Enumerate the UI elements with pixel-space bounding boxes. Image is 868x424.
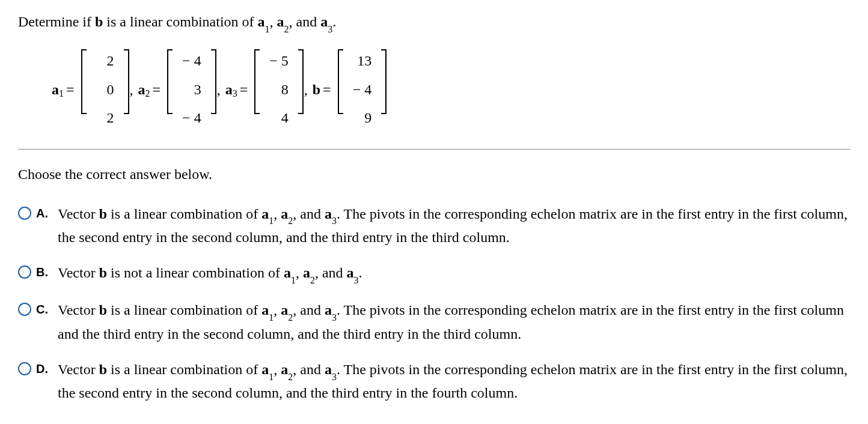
oa-s1: 1 (269, 216, 274, 226)
oc-c2: , and (293, 302, 325, 318)
option-d-letter: D. (36, 360, 53, 377)
ob-a1: a (284, 265, 291, 280)
bracket-right-icon (210, 49, 217, 115)
ob-s3: 3 (354, 275, 359, 285)
q-sub2: 2 (284, 24, 289, 34)
matrix-b: 13 − 4 9 (337, 49, 388, 131)
ob-s1: 1 (291, 275, 296, 285)
oc-a3: a (325, 302, 332, 318)
od-a2: a (281, 362, 288, 377)
comma-1: , (130, 80, 133, 100)
a2-v0: − 4 (182, 51, 201, 71)
b-v1: − 4 (353, 80, 372, 100)
bracket-left-icon (337, 49, 344, 115)
question-text: Determine if b is a linear combination o… (18, 12, 850, 34)
ob-a3: a (347, 265, 354, 280)
option-a-text: Vector b is a linear combination of a1, … (58, 203, 850, 249)
oa-c1: , (274, 206, 281, 222)
radio-b[interactable] (18, 265, 31, 279)
oa-s2: 2 (288, 216, 293, 226)
od-a3: a (325, 362, 332, 377)
label-a3: a3 = (225, 80, 251, 100)
bracket-right-icon (297, 49, 304, 115)
option-a-letter: A. (36, 205, 53, 222)
a1-v2: 2 (96, 108, 114, 129)
vec-a3-sym: a (225, 80, 233, 100)
q-sub3: 3 (328, 24, 332, 34)
choose-prompt: Choose the correct answer below. (18, 165, 850, 185)
option-d[interactable]: D. Vector b is a linear combination of a… (18, 359, 850, 405)
vec-b-sym: b (313, 80, 320, 100)
matrix-a1-col: 2 0 2 (88, 49, 123, 131)
od-b: b (99, 362, 107, 377)
label-a1: a1 = (52, 80, 77, 100)
matrix-a2-col: − 4 3 − 4 (174, 49, 210, 131)
oa-a1: a (261, 206, 269, 222)
ob-b: b (99, 265, 107, 280)
q-c2: , and (289, 14, 321, 29)
oc-c1: , (274, 302, 281, 318)
oc-b: b (99, 302, 107, 318)
eq-a1: = (66, 80, 75, 100)
ob-pre: Vector (58, 265, 99, 280)
comma-2: , (217, 80, 221, 100)
radio-d[interactable] (18, 362, 31, 375)
vec-a2-sub: 2 (145, 87, 150, 100)
ob-s2: 2 (310, 275, 315, 285)
comma-3: , (304, 80, 308, 100)
matrix-a3: − 5 8 4 (254, 49, 304, 131)
b-v0: 13 (353, 51, 372, 71)
ob-c2: , and (315, 265, 347, 280)
eq-a2: = (153, 80, 161, 100)
option-b[interactable]: B. Vector b is not a linear combination … (18, 262, 850, 286)
od-pre: Vector (58, 362, 99, 377)
vec-a2-sym: a (138, 80, 145, 100)
a1-v0: 2 (96, 51, 114, 71)
oa-s3: 3 (332, 216, 337, 226)
q-prefix: Determine if (18, 14, 95, 29)
a3-v0: − 5 (269, 51, 289, 71)
vec-a1-sym: a (52, 80, 59, 100)
oc-s1: 1 (269, 312, 274, 323)
b-v2: 9 (353, 108, 372, 129)
q-end: . (332, 14, 336, 29)
oc-s3: 3 (332, 312, 337, 323)
a3-v1: 8 (269, 80, 289, 100)
eq-a3: = (240, 80, 248, 100)
ob-mid: is not a linear combination of (107, 265, 284, 280)
q-a2: a (277, 14, 284, 29)
vector-definitions: a1 = 2 0 2 , a2 = − 4 3 − 4 , a3 = − 5 8 (48, 49, 850, 131)
q-c1: , (270, 14, 277, 29)
divider (18, 149, 850, 150)
radio-c[interactable] (18, 303, 31, 316)
a2-v1: 3 (182, 80, 201, 100)
od-s3: 3 (332, 372, 337, 382)
oc-a2: a (281, 302, 288, 318)
oa-b: b (99, 206, 107, 222)
q-sub1: 1 (265, 24, 270, 34)
vec-a1-sub: 1 (59, 87, 64, 100)
q-a1: a (258, 14, 265, 29)
oa-a2: a (281, 206, 288, 222)
od-c2: , and (293, 362, 325, 377)
options-list: A. Vector b is a linear combination of a… (18, 203, 850, 405)
matrix-a2: − 4 3 − 4 (167, 49, 217, 131)
oc-mid: is a linear combination of (107, 302, 261, 318)
oc-pre: Vector (58, 302, 99, 318)
od-a1: a (261, 362, 269, 377)
option-c[interactable]: C. Vector b is a linear combination of a… (18, 299, 850, 345)
a1-v1: 0 (96, 80, 114, 100)
od-s2: 2 (288, 372, 293, 382)
vec-a3-sub: 3 (233, 87, 237, 100)
oc-s2: 2 (288, 312, 293, 323)
label-a2: a2 = (138, 80, 164, 100)
q-b: b (95, 14, 103, 29)
option-d-text: Vector b is a linear combination of a1, … (58, 359, 850, 405)
bracket-left-icon (254, 49, 261, 115)
bracket-right-icon (123, 49, 130, 115)
ob-tail: . (359, 265, 362, 280)
option-a[interactable]: A. Vector b is a linear combination of a… (18, 203, 850, 249)
radio-a[interactable] (18, 207, 31, 220)
bracket-left-icon (81, 49, 88, 115)
oa-c2: , and (293, 206, 325, 222)
